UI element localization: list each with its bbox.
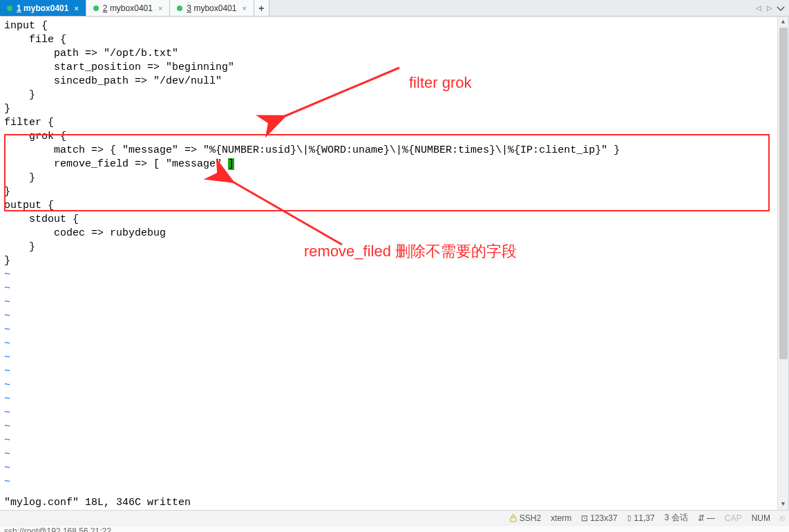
status-dot-icon [93,6,99,11]
status-size: ⊡ 123x37 [581,513,617,523]
status-position: ▯ 11,37 [627,513,655,523]
tab-bar: 1 mybox0401 × 2 mybox0401 × 3 mybox0401 … [0,0,789,17]
tab-label: mybox0401 [193,3,236,13]
status-scroll-icon: ⎋ [780,513,785,523]
status-transfer: ⇵ — [698,513,715,523]
tab-prev-icon[interactable]: ◁ [754,4,763,12]
scrollbar-thumb[interactable] [779,28,788,359]
status-term: xterm [551,513,571,523]
tab-label: mybox0401 [23,3,68,13]
status-proto: SSH2 [510,513,541,523]
terminal-content: input { file { path => "/opt/b.txt" star… [0,17,788,492]
tab-menu-icon[interactable] [777,4,785,12]
close-icon[interactable]: × [157,4,164,12]
tab-1[interactable]: 1 mybox0401 × [0,0,86,16]
tab-2[interactable]: 2 mybox0401 × [86,0,171,16]
scrollbar[interactable]: ▲ ▼ [777,17,788,510]
tab-next-icon[interactable]: ▷ [766,4,774,12]
ssh-path-line: ssh://root@192.168.56.21:22 [0,525,789,532]
editor-status-line: "mylog.conf" 18L, 346C written [0,496,777,510]
svg-rect-2 [511,517,516,522]
status-sessions: 3 会话 [665,512,688,524]
terminal[interactable]: input { file { path => "/opt/b.txt" star… [0,17,789,510]
status-num: NUM [752,513,770,523]
status-cap: CAP [725,513,742,523]
status-dot-icon [7,6,12,11]
app-status-bar: SSH2 xterm ⊡ 123x37 ▯ 11,37 3 会话 ⇵ — CAP… [0,510,789,525]
status-dot-icon [177,6,182,11]
tab-3[interactable]: 3 mybox0401 × [170,0,254,16]
add-tab-button[interactable]: + [254,0,269,16]
tabbar-controls: ◁ ▷ [750,0,789,16]
close-icon[interactable]: × [240,4,247,12]
tab-number: 1 [17,3,21,13]
tab-number: 2 [103,3,108,13]
tab-label: mybox0401 [110,3,153,13]
tab-number: 3 [187,3,191,13]
close-icon[interactable]: × [73,4,79,12]
scroll-down-icon[interactable]: ▼ [778,499,788,510]
scroll-up-icon[interactable]: ▲ [778,17,788,28]
lock-icon [510,514,517,522]
